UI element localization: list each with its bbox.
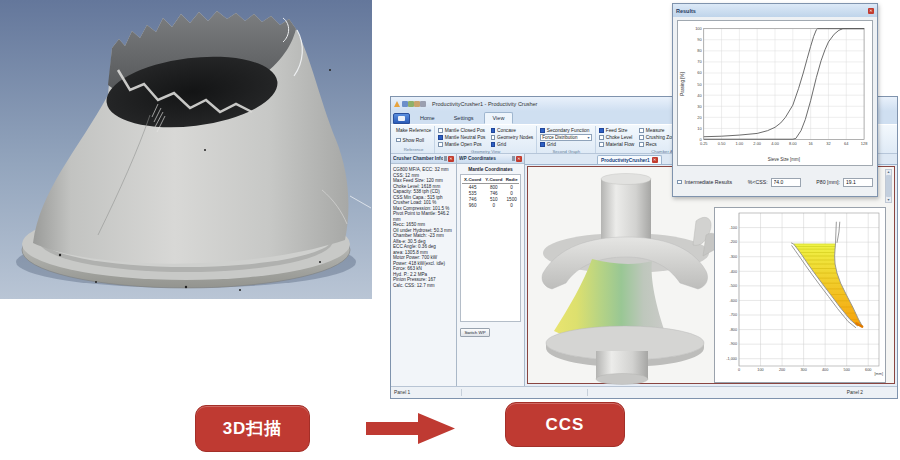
ribbon-item-label: Force Distribution [542, 135, 577, 140]
svg-text:8.00: 8.00 [789, 141, 797, 146]
svg-text:-400: -400 [729, 270, 737, 274]
chamber-info-line: Calc. CSS: 12.7 mm [393, 283, 454, 289]
close-icon[interactable]: ✕ [516, 156, 522, 162]
tab-view[interactable]: View [484, 112, 514, 124]
checkbox-icon[interactable] [540, 142, 545, 147]
wp-coordinates-panel: WP Coordinates ✕ Mantle Coordinates X-Co… [457, 154, 525, 386]
checkbox-icon[interactable] [540, 128, 545, 133]
results-titlebar[interactable]: Results ✕ [673, 4, 877, 17]
ribbon-item-mantle-closed-pos[interactable]: Mantle Closed Pos [438, 127, 485, 134]
svg-text:Sieve Size [mm]: Sieve Size [mm] [768, 157, 800, 162]
tab-settings[interactable]: Settings [445, 112, 483, 124]
scroll-up-icon[interactable]: ▲ [887, 170, 890, 174]
svg-text:400: 400 [822, 368, 828, 372]
intermediate-results-label: Intermediate Results [685, 179, 733, 185]
wp-panel-header[interactable]: WP Coordinates ✕ [457, 154, 524, 164]
checkbox-icon[interactable] [491, 135, 496, 140]
3d-scan-viewport[interactable] [0, 0, 372, 299]
crusher-chamber-info-panel: Crusher Chamber Info. ✕ CG800 MF/A, ECC:… [391, 154, 457, 386]
ribbon-group-second-graph: Secondary FunctionForce Distribution▼Gri… [537, 126, 596, 153]
close-icon[interactable]: ✕ [868, 8, 874, 14]
checkbox-icon[interactable] [438, 128, 443, 133]
close-icon[interactable]: ✕ [448, 156, 454, 162]
checkbox-icon[interactable] [438, 142, 443, 147]
p80-value-field[interactable] [843, 178, 873, 187]
switch-wp-button[interactable]: Switch WP [460, 328, 490, 337]
crusher-model-view[interactable]: 0100200300400500600-100-200-300-400-500-… [527, 166, 895, 384]
ribbon-item-label: Secondary Function [547, 128, 590, 133]
force-distribution-dropdown[interactable]: Force Distribution▼ [540, 134, 592, 141]
results-title: Results [676, 8, 868, 14]
svg-text:10: 10 [697, 126, 702, 131]
ribbon-item-make-reference[interactable]: Make Reference [396, 127, 431, 134]
svg-text:0.50: 0.50 [718, 141, 726, 146]
ribbon-item-feed-size[interactable]: Feed Size [599, 127, 634, 134]
ribbon-item-label: Recs [646, 142, 657, 147]
close-icon[interactable]: ✕ [652, 157, 658, 163]
svg-text:-900: -900 [729, 342, 737, 346]
psd-chart-panel: 0.250.501.002.004.008.001632641280102030… [677, 20, 873, 166]
checkbox-icon[interactable] [599, 142, 604, 147]
pin-icon[interactable] [444, 156, 447, 161]
svg-text:50: 50 [697, 82, 702, 87]
ribbon-item-geometry-nodes[interactable]: Geometry Nodes [491, 134, 534, 141]
3d-scan-step-button[interactable]: 3D扫描 [195, 405, 310, 452]
ribbon-group-geometry-view: Mantle Closed PosMantle Neutral PosMantl… [435, 126, 537, 153]
chamber-profile-chart-panel[interactable]: 0100200300400500600-100-200-300-400-500-… [714, 207, 886, 383]
svg-text:-600: -600 [729, 299, 737, 303]
checkbox-icon[interactable] [491, 128, 496, 133]
checkbox-icon[interactable] [599, 128, 604, 133]
ribbon-item-label: Grid [547, 142, 556, 147]
chamber-panel-header[interactable]: Crusher Chamber Info. ✕ [391, 154, 456, 164]
svg-text:40: 40 [697, 93, 702, 98]
checkbox-icon[interactable] [396, 138, 401, 143]
wp-coordinates-list[interactable]: X-CoordY-CoordRadie 44580005357460746510… [460, 174, 521, 322]
scroll-thumb[interactable] [886, 175, 891, 197]
svg-text:2.00: 2.00 [753, 141, 761, 146]
flow-arrow-icon [366, 412, 456, 445]
chamber-info-line: Pivot Point to Mantle: 546.2 mm [393, 211, 454, 222]
ribbon-item-show-roll[interactable]: Show Roll [396, 137, 431, 144]
ribbon-item-label: Show Roll [403, 138, 425, 143]
ribbon-item-grid[interactable]: Grid [491, 141, 534, 148]
table-row[interactable]: 4458000 [462, 184, 519, 191]
chamber-info-list: CG800 MF/A, ECC: 32 mmCSS: 12 mmMax Feed… [391, 164, 456, 291]
intermediate-results-checkbox[interactable] [677, 180, 682, 185]
table-cell: 0 [504, 202, 519, 208]
pin-icon[interactable] [512, 156, 515, 161]
ribbon-item-force-distribution[interactable]: Force Distribution▼ [540, 134, 592, 141]
checkbox-icon[interactable] [599, 135, 604, 140]
ribbon-item-choke-level[interactable]: Choke Level [599, 134, 634, 141]
checkbox-icon[interactable] [639, 135, 644, 140]
ribbon-item-material-flow[interactable]: Material Flow [599, 141, 634, 148]
ccs-step-button[interactable]: CCS [505, 402, 625, 447]
file-menu-button[interactable] [393, 113, 410, 124]
table-row[interactable]: 96000 [462, 202, 519, 208]
checkbox-icon[interactable] [438, 135, 443, 140]
ribbon-item-mantle-neutral-pos[interactable]: Mantle Neutral Pos [438, 134, 485, 141]
table-row[interactable]: 7465101500 [462, 196, 519, 202]
svg-text:90: 90 [697, 37, 702, 42]
scroll-down-icon[interactable]: ▼ [887, 198, 890, 202]
chevron-down-icon[interactable]: ▼ [587, 136, 590, 140]
ribbon-item-grid[interactable]: Grid [540, 141, 592, 148]
checkbox-icon[interactable] [639, 142, 644, 147]
ribbon-item-label: Choke Level [606, 135, 633, 140]
ribbon-item-secondary-function[interactable]: Secondary Function [540, 127, 592, 134]
table-cell: 0 [483, 202, 504, 208]
document-tab[interactable]: ProductivityCrusher1 ✕ [597, 155, 662, 164]
ribbon-item-label: Mantle Open Pos [445, 142, 482, 147]
quick-access-toolbar[interactable] [402, 101, 426, 108]
table-row[interactable]: 5357460 [462, 190, 519, 196]
svg-text:128: 128 [861, 141, 868, 146]
svg-text:70: 70 [697, 59, 702, 64]
css-value-field[interactable] [771, 178, 801, 187]
checkbox-icon[interactable] [491, 142, 496, 147]
tab-home[interactable]: Home [411, 112, 444, 124]
ribbon-item-concave[interactable]: Concave [491, 127, 534, 134]
ribbon-item-label: Measure [646, 128, 665, 133]
ribbon-item-mantle-open-pos[interactable]: Mantle Open Pos [438, 141, 485, 148]
customize-icon[interactable] [420, 101, 426, 107]
checkbox-icon[interactable] [639, 128, 644, 133]
vertical-scrollbar[interactable]: ▲ ▼ [885, 169, 892, 203]
